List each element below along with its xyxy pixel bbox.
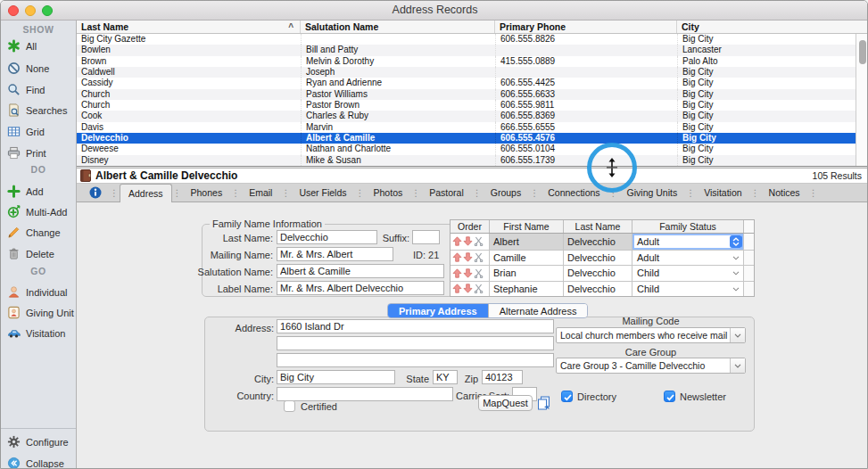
city-input[interactable] — [277, 370, 395, 384]
remove-member-icon[interactable] — [474, 252, 484, 262]
newsletter-checkbox[interactable] — [664, 391, 675, 402]
tab-separator: ⋮ — [685, 184, 696, 202]
member-last-name[interactable]: Delvecchio — [564, 234, 632, 250]
table-row[interactable]: BrownMelvin & Dorothy415.555.0889Palo Al… — [77, 56, 856, 67]
table-scrollbar[interactable] — [856, 34, 868, 166]
table-row[interactable]: DavisMarvin666.555.6555Big City — [77, 122, 856, 133]
tab-pastoral[interactable]: Pastoral — [421, 184, 472, 202]
family-status-select[interactable]: Child — [632, 266, 744, 281]
tab-groups[interactable]: Groups — [483, 184, 529, 202]
suffix-input[interactable] — [412, 230, 440, 244]
sidebar-item-find[interactable]: Find — [1, 82, 76, 97]
family-status-select[interactable]: Adult — [632, 234, 744, 250]
sidebar-item-configure[interactable]: Configure — [1, 434, 76, 449]
remove-member-icon[interactable] — [474, 236, 484, 246]
info-button[interactable] — [77, 184, 109, 202]
table-row[interactable]: BowlenBill and PattyLancaster — [77, 45, 856, 55]
sidebar-item-individual[interactable]: Individual — [1, 284, 76, 300]
member-row[interactable]: AlbertDelvecchioAdult — [451, 234, 754, 250]
member-last-name[interactable]: Delvecchio — [564, 251, 632, 266]
country-input[interactable] — [277, 387, 453, 401]
last-name-input[interactable] — [277, 230, 377, 244]
tab-alternate-address[interactable]: Alternate Address — [488, 304, 588, 317]
column-header-primary-phone[interactable]: Primary Phone — [495, 21, 677, 33]
salutation-name-input[interactable] — [277, 264, 444, 278]
tab-notices[interactable]: Notices — [761, 184, 808, 202]
member-row[interactable]: StephanieDelvecchioChild — [451, 281, 754, 297]
mailing-code-select[interactable]: Local church members who receive mail — [556, 327, 746, 343]
list-cell: 606.555.4576 — [495, 133, 677, 144]
member-row[interactable]: BrianDelvecchioChild — [451, 265, 754, 281]
remove-member-icon[interactable] — [474, 268, 484, 278]
address-line2-input[interactable] — [277, 336, 554, 350]
move-up-icon[interactable] — [452, 284, 462, 293]
zip-input[interactable] — [482, 370, 523, 384]
tab-primary-address[interactable]: Primary Address — [388, 304, 488, 317]
list-cell — [495, 67, 677, 78]
family-status-popup-button[interactable] — [730, 235, 742, 248]
minimize-button[interactable] — [25, 5, 36, 16]
member-first-name[interactable]: Albert — [490, 234, 564, 250]
member-first-name[interactable]: Brian — [490, 266, 564, 281]
certified-checkbox[interactable] — [284, 400, 295, 412]
table-row[interactable]: CaldwellJosephBig City — [77, 67, 856, 78]
directory-checkbox[interactable] — [561, 391, 573, 402]
column-header-city[interactable]: City — [677, 21, 868, 33]
tab-photos[interactable]: Photos — [366, 184, 411, 202]
move-down-icon[interactable] — [463, 268, 473, 278]
sidebar-item-visitation[interactable]: Visitation — [1, 325, 76, 341]
table-row[interactable]: DisneyMike & Susan606.555.1739Big City — [77, 155, 856, 166]
move-up-icon[interactable] — [452, 268, 462, 278]
sidebar-item-change[interactable]: Change — [1, 225, 76, 240]
move-down-icon[interactable] — [463, 252, 473, 262]
address-line3-input[interactable] — [277, 353, 554, 367]
sidebar-item-none[interactable]: None — [1, 61, 76, 76]
member-first-name[interactable]: Camille — [490, 251, 564, 266]
member-last-name[interactable]: Delvecchio — [564, 282, 632, 297]
sidebar-item-multi-add[interactable]: Multi-Add — [1, 204, 76, 219]
tab-email[interactable]: Email — [241, 184, 280, 202]
sidebar-item-giving-unit[interactable]: Giving Unit — [1, 305, 76, 320]
table-row[interactable]: DeweeseNathan and Charlotte606.555.0104B… — [77, 144, 856, 154]
sidebar-item-print[interactable]: Print — [1, 145, 76, 160]
tab-visitation[interactable]: Visitation — [696, 184, 749, 202]
sidebar-item-delete[interactable]: Delete — [1, 246, 76, 261]
member-last-name[interactable]: Delvecchio — [564, 266, 632, 281]
copy-address-icon[interactable] — [536, 395, 552, 411]
table-row[interactable]: DelvecchioAlbert & Camille606.555.4576Bi… — [77, 133, 856, 144]
tab-phones[interactable]: Phones — [183, 184, 231, 202]
tab-user-fields[interactable]: User Fields — [291, 184, 354, 202]
column-header-last-name[interactable]: Last Name ^ — [77, 21, 301, 33]
member-first-name[interactable]: Stephanie — [490, 282, 564, 297]
member-row[interactable]: CamilleDelvecchioAdult — [451, 250, 754, 266]
family-status-select[interactable]: Adult — [632, 251, 744, 266]
sidebar-item-searches[interactable]: Searches — [1, 103, 76, 118]
state-input[interactable] — [433, 370, 458, 384]
table-row[interactable]: Big City Gazette606.555.8826Big City — [77, 34, 856, 45]
move-up-icon[interactable] — [452, 252, 462, 262]
remove-member-icon[interactable] — [474, 284, 484, 293]
sidebar-item-add[interactable]: Add — [1, 184, 76, 199]
sidebar-item-grid[interactable]: Grid — [1, 124, 76, 139]
label-name-input[interactable] — [277, 281, 444, 295]
care-group-select[interactable]: Care Group 3 - Camille Delvecchio — [556, 358, 746, 374]
table-row[interactable]: ChurchPastor Williams606.555.6633Big Cit… — [77, 89, 856, 100]
move-up-icon[interactable] — [452, 236, 462, 246]
column-header-salutation-name[interactable]: Salutation Name — [301, 21, 495, 33]
move-down-icon[interactable] — [463, 284, 473, 293]
sidebar-item-collapse[interactable]: Collapse — [1, 456, 76, 469]
table-row[interactable]: CookCharles & Ruby606.555.8369Big City — [77, 111, 856, 121]
table-row[interactable]: CassidyRyan and Adrienne606.555.4425Big … — [77, 78, 856, 88]
table-row[interactable]: ChurchPastor Brown606.555.9811Big City — [77, 100, 856, 111]
family-status-select[interactable]: Child — [632, 282, 744, 297]
tab-address[interactable]: Address — [120, 184, 172, 202]
close-button[interactable] — [8, 5, 19, 16]
move-down-icon[interactable] — [463, 236, 473, 246]
address-line1-input[interactable] — [277, 319, 554, 333]
sidebar-item-all[interactable]: All — [1, 38, 76, 53]
tab-giving-units[interactable]: Giving Units — [619, 184, 686, 202]
mailing-name-input[interactable] — [277, 247, 393, 261]
zoom-button[interactable] — [42, 5, 53, 16]
mapquest-button[interactable]: MapQuest — [478, 395, 533, 411]
scrollbar-thumb[interactable] — [859, 40, 866, 64]
